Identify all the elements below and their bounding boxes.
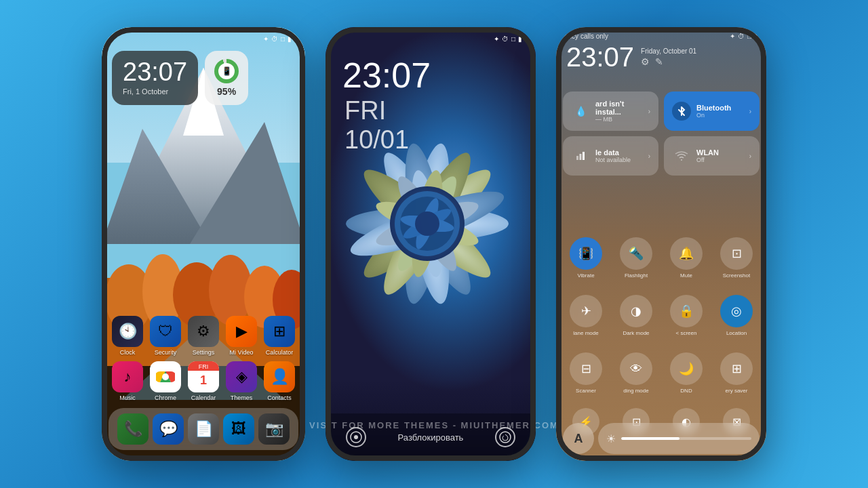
vibrate-circle: 📳 — [570, 237, 602, 270]
p2-alarm-icon: ⏱ — [502, 35, 509, 43]
brightness-bar — [621, 437, 751, 440]
quick-screenshot[interactable]: ⊡ Screenshot — [713, 237, 760, 279]
ctrl-tiles-grid: 💧 ard isn't instal... — MB › Bluetooth O… — [563, 92, 760, 176]
quick-battery-saver[interactable]: ⊞ ery saver — [713, 352, 760, 394]
app-label-contacts: Contacts — [267, 394, 292, 401]
scanner-circle: ⊟ — [570, 352, 602, 385]
app-label-chrome: Chrome — [155, 394, 176, 401]
app-calendar[interactable]: FRI 1 Calendar — [188, 361, 219, 401]
bluetooth-symbol — [676, 106, 687, 117]
app-icon-mivideo: ▶ — [226, 316, 257, 347]
storage-icon: 💧 — [571, 102, 590, 121]
app-icon-calendar: FRI 1 — [188, 361, 219, 392]
ctrl-tile-storage[interactable]: 💧 ard isn't instal... — MB › — [563, 92, 658, 131]
svg-point-45 — [415, 211, 439, 236]
phone3-date-line: Friday, October 01 — [641, 47, 696, 55]
phone3-brightness-slider[interactable]: ☀ — [598, 423, 760, 454]
wlan-arrow: › — [749, 152, 751, 160]
mobile-arrow: › — [648, 152, 650, 160]
app-label-music: Music — [119, 394, 136, 401]
phone3-date-block: Friday, October 01 ⚙ ✎ — [641, 47, 696, 73]
bt-sub: On — [696, 112, 744, 119]
mobile-data-symbol — [575, 150, 586, 161]
quick-location[interactable]: ◎ Location — [713, 295, 760, 336]
mute-label: Mute — [680, 272, 692, 279]
phone2: ✦ ⏱ □ ▮ 23:07 FRI 10/01 Разблокировать — [326, 27, 536, 461]
svg-rect-50 — [580, 154, 582, 160]
phone3: ency calls only ✦ ⏱ □ ▮ 23:07 Friday, Oc… — [556, 27, 766, 461]
phone3-a-button[interactable]: A — [563, 423, 594, 454]
quick-dnd[interactable]: 🌙 DND — [663, 352, 709, 394]
dock-gallery[interactable]: 🖼 — [223, 413, 254, 445]
camera-icon — [350, 431, 362, 443]
svg-rect-51 — [583, 152, 585, 160]
p3-battery-icon: ▮ — [754, 33, 758, 40]
phone3-time-row: 23:07 Friday, October 01 ⚙ ✎ — [566, 42, 696, 73]
vibrate-label: Vibrate — [577, 272, 594, 279]
mobile-sub: Not available — [595, 157, 643, 163]
storage-title: ard isn't instal... — [595, 100, 643, 116]
phone2-day: FRI — [344, 96, 386, 125]
app-security[interactable]: 🛡 Security — [150, 316, 181, 356]
quick-airplane[interactable]: ✈ lane mode — [563, 295, 609, 336]
dock-phone[interactable]: 📞 — [117, 413, 149, 445]
p3-bt-icon: ✦ — [730, 33, 735, 40]
quick-scanner[interactable]: ⊟ Scanner — [563, 352, 609, 394]
unlock-label[interactable]: Разблокировать — [398, 432, 464, 443]
app-icon-contacts: 👤 — [264, 361, 295, 392]
dnd-label: DND — [680, 388, 692, 394]
ctrl-tile-bluetooth[interactable]: Bluetooth On › — [664, 92, 760, 131]
app-chrome[interactable]: Chrome — [150, 361, 181, 401]
p3-status-icons: ✦ ⏱ □ ▮ — [730, 33, 758, 40]
phone2-status: ✦ ⏱ □ ▮ — [494, 35, 522, 43]
brightness-sun-icon: ☀ — [606, 432, 616, 445]
p2-signal-icon: □ — [511, 35, 515, 43]
app-icon-music: ♪ — [112, 361, 143, 392]
reading-circle: 👁 — [620, 352, 652, 385]
app-icon-calculator: ⊞ — [264, 316, 295, 347]
app-icon-clock: 🕙 — [112, 316, 143, 347]
watermark-text: VISIT FOR MORE THEMES - MIUITHEMER.COM — [309, 420, 559, 430]
phone1-widgets: 23:07 Fri, 1 October 📱 95% — [112, 51, 248, 105]
app-icon-themes: ◈ — [226, 361, 257, 392]
app-calculator[interactable]: ⊞ Calculator — [264, 316, 295, 356]
bt-arrow: › — [749, 108, 751, 115]
dock-camera[interactable]: 📷 — [258, 413, 290, 445]
svg-point-47 — [354, 435, 358, 439]
app-label-themes: Themes — [231, 394, 253, 401]
quick-darkmode[interactable]: ◑ Dark mode — [613, 295, 659, 336]
quick-reading[interactable]: 👁 ding mode — [613, 352, 659, 394]
bluetooth-icon: ✦ — [263, 35, 269, 43]
dock-messages[interactable]: 💬 — [153, 413, 184, 445]
battery-saver-circle: ⊞ — [720, 352, 753, 385]
storage-arrow: › — [648, 108, 650, 115]
wifi-icon — [672, 146, 691, 165]
screenshot-label: Screenshot — [723, 272, 750, 279]
location-circle: ◎ — [720, 295, 753, 327]
quick-screen[interactable]: 🔒 < screen — [663, 295, 709, 336]
p2-battery-icon: ▮ — [518, 35, 522, 43]
phone2-date: 10/01 — [344, 125, 409, 155]
app-mivideo[interactable]: ▶ Mi Video — [226, 316, 257, 356]
app-music[interactable]: ♪ Music — [112, 361, 143, 401]
svg-point-48 — [500, 432, 511, 443]
settings-icon-p3[interactable]: ⚙ — [641, 56, 650, 67]
battery-percent: 95% — [217, 86, 236, 97]
app-themes[interactable]: ◈ Themes — [226, 361, 257, 401]
darkmode-circle: ◑ — [620, 295, 652, 327]
battery-inner: 📱 — [218, 63, 235, 79]
quick-mute[interactable]: 🔔 Mute — [663, 237, 709, 279]
edit-icon-p3[interactable]: ✎ — [655, 56, 663, 67]
phone2-time: 23:07 — [342, 58, 431, 93]
battery-ring: 📱 — [214, 59, 239, 83]
app-clock[interactable]: 🕙 Clock — [112, 316, 143, 356]
ctrl-tile-wlan[interactable]: WLAN Off › — [664, 136, 760, 176]
phone1-screen: ✦ ⏱ □ ▮ 23:07 Fri, 1 October 📱 95% — [102, 27, 305, 461]
app-contacts[interactable]: 👤 Contacts — [264, 361, 295, 401]
svg-text:FRI: FRI — [199, 363, 209, 370]
quick-vibrate[interactable]: 📳 Vibrate — [563, 237, 609, 279]
ctrl-tile-mobile[interactable]: le data Not available › — [563, 136, 658, 176]
app-settings[interactable]: ⚙ Settings — [188, 316, 219, 356]
quick-flashlight[interactable]: 🔦 Flashlight — [613, 237, 659, 279]
dock-files[interactable]: 📄 — [188, 413, 219, 445]
